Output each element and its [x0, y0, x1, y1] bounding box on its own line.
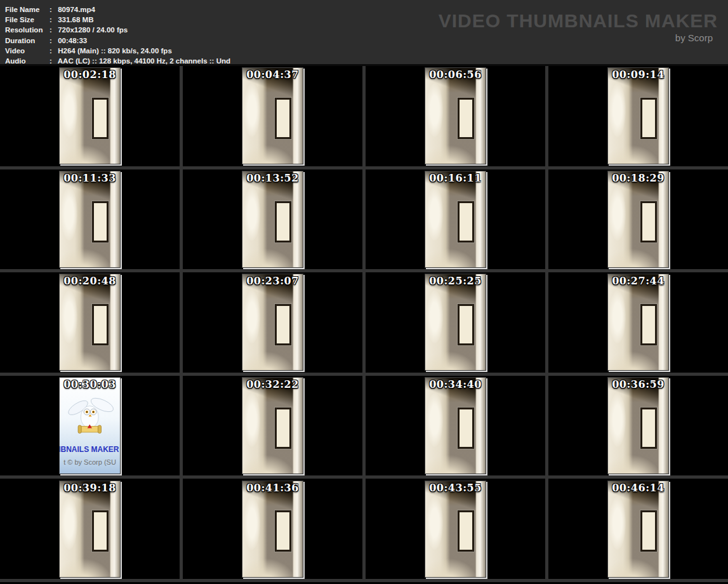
wall-picture-shape: [275, 98, 291, 139]
timestamp-overlay: 00:11:33: [60, 172, 120, 184]
thumbnail-frame-image: [608, 68, 668, 164]
grid-cell: 00:20:48: [0, 272, 180, 373]
video-thumbnail[interactable]: 00:23:07: [242, 274, 303, 371]
video-thumbnail[interactable]: 00:18:29: [607, 171, 669, 268]
meta-field-value: 00:48:33: [56, 37, 87, 44]
metadata-panel: File Name: 80974.mp4File Size: 331.68 MB…: [0, 0, 728, 66]
video-thumbnail[interactable]: 00:20:48: [59, 274, 121, 371]
meta-field-colon: :: [50, 25, 56, 35]
timestamp-overlay: 00:23:07: [242, 275, 303, 287]
meta-field-label: Duration: [5, 36, 50, 46]
thumbnail-frame-image: [425, 68, 486, 164]
wall-picture-shape: [640, 408, 657, 449]
meta-field-colon: :: [50, 36, 56, 46]
meta-field-label: File Name: [5, 4, 50, 15]
timestamp-overlay: 00:39:18: [60, 482, 120, 494]
thumbnail-frame-image: [425, 274, 486, 370]
meta-field-label: File Size: [5, 15, 50, 25]
timestamp-overlay: 00:18:29: [608, 172, 668, 184]
video-thumbnail[interactable]: 00:11:33: [59, 171, 121, 268]
wall-picture-shape: [458, 98, 474, 139]
meta-field-label: Resolution: [5, 25, 50, 35]
wall-picture-shape: [640, 98, 657, 139]
meta-field-label: Audio: [5, 56, 50, 66]
grid-cell: 00:13:52: [183, 169, 362, 270]
grid-cell: 00:32:22: [183, 376, 362, 476]
meta-field-video: Video: H264 (Main) :: 820 kb/s, 24.00 fp…: [5, 46, 728, 56]
video-thumbnail[interactable]: 00:39:18: [59, 481, 121, 578]
thumbnail-frame-image: [60, 171, 120, 267]
timestamp-overlay: 00:32:22: [242, 378, 303, 390]
timestamp-overlay: 00:09:14: [608, 69, 668, 81]
wall-picture-shape: [92, 201, 109, 242]
video-thumbnail[interactable]: 00:25:25: [425, 274, 486, 371]
video-thumbnail[interactable]: 00:09:14: [607, 67, 669, 164]
timestamp-overlay: 00:04:37: [242, 69, 303, 81]
meta-field-label: Video: [5, 46, 50, 56]
wall-picture-shape: [92, 304, 109, 345]
meta-field-colon: :: [50, 15, 56, 25]
meta-field-value: 720x1280 / 24.00 fps: [56, 26, 128, 34]
thumbnail-frame-image: [608, 378, 668, 474]
grid-cell: 00:16:11: [366, 169, 545, 270]
video-thumbnail[interactable]: 00:13:52: [242, 171, 303, 268]
wall-picture-shape: [92, 98, 109, 139]
timestamp-overlay: 00:27:44: [608, 275, 668, 287]
video-thumbnail[interactable]: 00:06:56: [425, 67, 486, 164]
meta-field-value: 331.68 MB: [56, 16, 93, 23]
thumbnail-grid: 00:02:1800:04:3700:06:5600:09:1400:11:33…: [0, 66, 728, 582]
video-thumbnail[interactable]: 00:41:36: [242, 481, 303, 578]
grid-cell: 00:06:56: [366, 66, 545, 166]
timestamp-overlay: 00:16:11: [425, 172, 486, 184]
timestamp-overlay: 00:43:55: [425, 482, 486, 494]
grid-cell: 00:02:18: [0, 66, 180, 166]
timestamp-overlay: 00:06:56: [425, 69, 486, 81]
wall-picture-shape: [458, 408, 474, 449]
wall-picture-shape: [275, 408, 291, 449]
thumbnail-frame-image: [60, 481, 120, 577]
thumbnail-frame-image: [242, 68, 303, 164]
video-thumbnail-logo[interactable]: MBNAILS MAKER 8t © by Scorp (SU00:30:03: [59, 377, 121, 474]
thumbnail-frame-image: [60, 68, 120, 164]
video-thumbnail[interactable]: 00:36:59: [607, 377, 669, 474]
video-thumbnail[interactable]: 00:43:55: [425, 481, 486, 578]
video-thumbnail[interactable]: 00:04:37: [242, 67, 303, 164]
contact-sheet: File Name: 80974.mp4File Size: 331.68 MB…: [0, 0, 728, 584]
thumbnail-frame-image: [60, 274, 120, 370]
brand-wordmark: VIDEO THUMBNAILS MAKER by Scorp: [439, 10, 718, 43]
grid-cell: 00:36:59: [548, 376, 728, 476]
timestamp-overlay: 00:46:14: [608, 482, 668, 494]
app-logo-art: MBNAILS MAKER 8t © by Scorp (SU: [60, 378, 120, 474]
grid-cell: 00:43:55: [366, 479, 545, 579]
grid-cell: 00:25:25: [366, 272, 545, 373]
timestamp-overlay: 00:30:03: [60, 378, 120, 390]
timestamp-overlay: 00:02:18: [60, 69, 120, 81]
meta-field-value: H264 (Main) :: 820 kb/s, 24.00 fps: [56, 47, 172, 55]
meta-field-audio: Audio: AAC (LC) :: 128 kbps, 44100 Hz, 2…: [5, 56, 728, 66]
video-thumbnail[interactable]: 00:02:18: [59, 67, 121, 164]
thumbnail-frame-image: [425, 378, 486, 474]
timestamp-overlay: 00:20:48: [60, 275, 120, 287]
meta-field-colon: :: [50, 4, 56, 15]
wall-picture-shape: [640, 304, 657, 345]
grid-cell: 00:11:33: [0, 169, 180, 270]
video-thumbnail[interactable]: 00:34:40: [425, 377, 486, 474]
grid-cell: 00:46:14: [548, 479, 728, 579]
timestamp-overlay: 00:36:59: [608, 378, 668, 390]
thumbnail-frame-image: [242, 481, 303, 577]
wall-picture-shape: [458, 304, 474, 345]
grid-cell: 00:18:29: [548, 169, 728, 270]
video-thumbnail[interactable]: 00:46:14: [607, 481, 669, 578]
thumbnail-frame-image: [608, 481, 668, 577]
video-thumbnail[interactable]: 00:32:22: [242, 377, 303, 474]
meta-field-value: AAC (LC) :: 128 kbps, 44100 Hz, 2 channe…: [56, 57, 230, 65]
thumbnail-frame-image: [608, 171, 668, 267]
timestamp-overlay: 00:41:36: [242, 482, 303, 494]
timestamp-overlay: 00:13:52: [242, 172, 303, 184]
video-thumbnail[interactable]: 00:16:11: [425, 171, 486, 268]
wall-picture-shape: [640, 201, 657, 242]
video-thumbnail[interactable]: 00:27:44: [607, 274, 669, 371]
meta-field-colon: :: [50, 46, 56, 56]
thumbnail-frame-image: [608, 274, 668, 370]
timestamp-overlay: 00:25:25: [425, 275, 486, 287]
